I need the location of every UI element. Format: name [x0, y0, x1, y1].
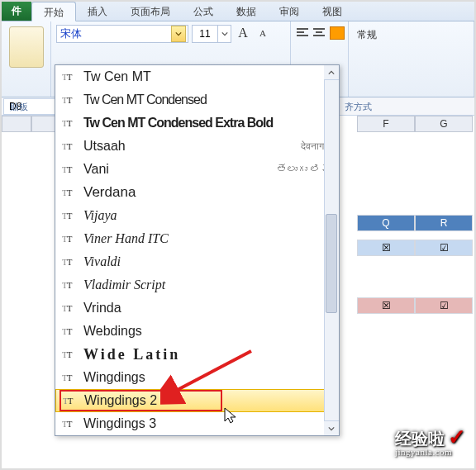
cell-red-x[interactable]: ☒ — [357, 297, 415, 314]
font-item-name: Wingdings 3 — [83, 416, 156, 431]
shrink-font-icon: A — [259, 28, 266, 38]
chevron-down-icon — [328, 425, 335, 432]
font-item[interactable]: TTWingdings 3 — [55, 412, 339, 435]
font-item[interactable]: TTTw Cen MT — [55, 65, 339, 88]
font-item-name: Verdana — [83, 184, 136, 201]
fill-color-button[interactable] — [329, 25, 345, 41]
truetype-icon: TT — [62, 210, 77, 221]
cell-blue-x[interactable]: ☒ — [357, 240, 415, 256]
font-item[interactable]: TTVerdana — [55, 181, 339, 204]
cell-red-check[interactable]: ☑ — [415, 297, 473, 314]
svg-text:T: T — [67, 188, 73, 197]
font-item-name: Viner Hand ITC — [83, 231, 169, 246]
truetype-icon: TT — [62, 233, 77, 244]
group-alignment-label: 齐方式 — [345, 101, 372, 113]
tab-home[interactable]: 开始 — [31, 2, 76, 21]
font-item[interactable]: TTUtsaahदेवनागरी — [55, 135, 339, 158]
number-format-combo[interactable]: 常规 — [354, 25, 469, 45]
truetype-icon: TT — [62, 164, 77, 175]
truetype-icon: TT — [62, 187, 77, 198]
font-item[interactable]: TTVijaya — [55, 204, 339, 227]
font-name-input[interactable] — [57, 27, 171, 40]
truetype-icon: TT — [62, 325, 77, 337]
tab-pagelayout[interactable]: 页面布局 — [119, 2, 182, 21]
font-item[interactable]: TTWingdings 2 — [55, 389, 339, 412]
scroll-down-button[interactable] — [324, 420, 339, 435]
scroll-up-button[interactable] — [324, 65, 339, 80]
column-header-F[interactable]: F — [357, 116, 415, 132]
align-left-button[interactable] — [296, 25, 309, 41]
truetype-icon: TT — [62, 94, 77, 106]
font-item[interactable]: TTVladimir Script — [55, 273, 339, 297]
check-icon: ✓ — [448, 425, 466, 449]
font-item[interactable]: TTTw Cen MT Condensed — [55, 88, 339, 112]
font-item-name: Vrinda — [83, 301, 121, 316]
svg-text:T: T — [67, 96, 73, 105]
truetype-icon: TT — [63, 395, 78, 406]
truetype-icon: TT — [62, 256, 77, 268]
svg-text:T: T — [67, 258, 73, 267]
ribbon-tabs: 件 开始 插入 页面布局 公式 数据 审阅 视图 — [2, 2, 474, 21]
font-size-input[interactable] — [193, 26, 217, 42]
shrink-font-button[interactable]: A — [255, 25, 271, 41]
font-item-name: Webdings — [83, 324, 142, 339]
font-item[interactable]: TTVaniతెలుగు లిపి — [55, 158, 339, 181]
font-dropdown-list[interactable]: TTTw Cen MTTTTw Cen MT CondensedTTTw Cen… — [55, 64, 340, 436]
font-item[interactable]: TTVrinda — [55, 297, 339, 320]
svg-text:T: T — [67, 73, 73, 82]
font-item-name: Vladimir Script — [83, 278, 165, 292]
font-item-name: Wingdings 2 — [84, 393, 157, 408]
truetype-icon: TT — [62, 349, 77, 360]
watermark: 经验啦✓ jingyanla.com — [395, 425, 466, 457]
tab-formulas[interactable]: 公式 — [182, 2, 225, 21]
svg-text:T: T — [68, 396, 74, 406]
grow-font-button[interactable]: A — [235, 25, 251, 41]
font-name-combo[interactable] — [56, 25, 188, 43]
svg-text:T: T — [67, 420, 73, 429]
font-item-name: Tw Cen MT — [83, 69, 151, 84]
font-item[interactable]: TTTw Cen MT Condensed Extra Bold — [55, 112, 339, 135]
font-item[interactable]: TTWide Latin — [55, 343, 339, 366]
scroll-thumb[interactable] — [326, 214, 337, 313]
font-item-name: Vani — [83, 162, 109, 177]
truetype-icon: TT — [62, 140, 77, 152]
truetype-icon: TT — [62, 279, 77, 291]
font-item[interactable]: TTViner Hand ITC — [55, 227, 339, 250]
font-size-combo[interactable] — [192, 25, 231, 43]
chevron-up-icon — [328, 69, 335, 76]
svg-text:T: T — [67, 304, 73, 313]
paste-button[interactable] — [9, 26, 44, 68]
grow-font-icon: A — [238, 26, 248, 40]
font-item[interactable]: TTVivaldi — [55, 250, 339, 273]
font-item-name: Utsaah — [83, 139, 126, 154]
font-item-name: Wide Latin — [83, 346, 180, 363]
tab-file[interactable]: 件 — [2, 2, 31, 21]
align-center-button[interactable] — [312, 25, 326, 41]
tab-view[interactable]: 视图 — [311, 2, 354, 21]
tab-data[interactable]: 数据 — [225, 2, 268, 21]
svg-text:T: T — [67, 350, 73, 359]
svg-text:T: T — [67, 165, 73, 174]
font-item[interactable]: TTWebdings — [55, 320, 339, 343]
align-left-icon — [297, 28, 308, 38]
font-item[interactable]: TTWingdings — [55, 366, 339, 389]
cell-header-R[interactable]: R — [415, 215, 473, 231]
align-center-icon — [313, 28, 325, 38]
tab-insert[interactable]: 插入 — [76, 2, 119, 21]
svg-text:T: T — [67, 142, 73, 151]
font-size-dropdown-button[interactable] — [217, 26, 231, 42]
cell-blue-check[interactable]: ☑ — [415, 240, 473, 256]
tab-review[interactable]: 审阅 — [268, 2, 311, 21]
font-item-name: Vijaya — [83, 208, 117, 223]
select-all-corner[interactable] — [2, 116, 31, 132]
font-name-dropdown-button[interactable] — [171, 26, 186, 42]
svg-text:T: T — [67, 281, 73, 290]
cell-header-Q[interactable]: Q — [357, 215, 415, 231]
chevron-down-icon — [175, 31, 182, 37]
column-header-G[interactable]: G — [415, 116, 473, 132]
svg-text:T: T — [67, 119, 73, 128]
scrollbar[interactable] — [324, 65, 339, 435]
font-item-script: తెలుగు లిపి — [277, 164, 331, 175]
font-item-name: Wingdings — [83, 370, 145, 385]
truetype-icon: TT — [62, 117, 77, 129]
